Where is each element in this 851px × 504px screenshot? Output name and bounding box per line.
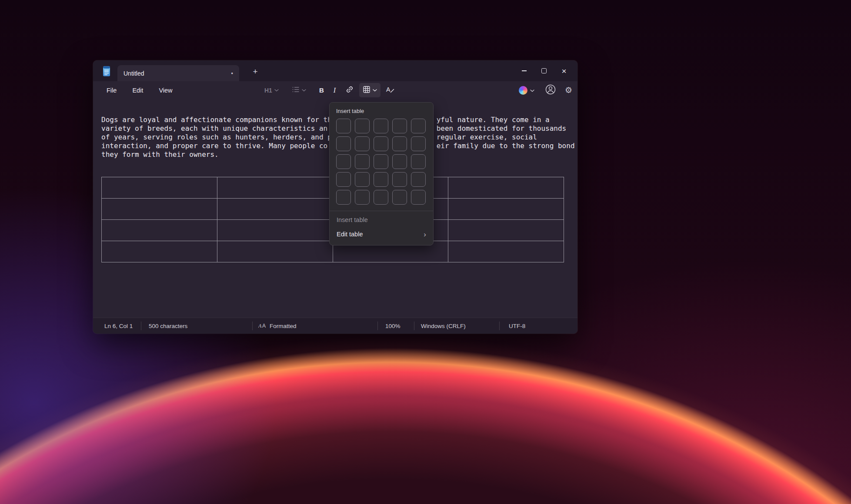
table-size-cell[interactable] (374, 136, 388, 151)
window-controls: × (514, 60, 574, 81)
copilot-icon (519, 86, 527, 95)
table-size-cell[interactable] (336, 190, 351, 205)
notepad-app-icon (102, 66, 111, 77)
formatting-icon: A A (258, 322, 266, 330)
unsaved-indicator-icon: ● (231, 72, 233, 75)
link-icon (345, 85, 354, 95)
tab-title: Untitled (123, 70, 144, 77)
table-size-cell[interactable] (336, 172, 351, 187)
copilot-button[interactable] (516, 84, 537, 97)
minimize-icon (522, 70, 527, 71)
table-size-cell[interactable] (392, 172, 407, 187)
formatted-label: Formatted (270, 323, 297, 329)
table-size-cell[interactable] (336, 154, 351, 169)
bold-button[interactable]: B (316, 84, 327, 96)
doc-table-cell[interactable] (217, 177, 333, 199)
editor-line-right: yful nature. They come in a (437, 116, 550, 124)
chevron-down-icon (530, 87, 534, 93)
menu-view[interactable]: View (153, 84, 178, 97)
doc-table-cell[interactable] (448, 199, 564, 220)
doc-table-cell[interactable] (448, 220, 564, 241)
bold-icon: B (319, 86, 324, 94)
table-size-cell[interactable] (411, 190, 426, 205)
table-size-cell[interactable] (355, 172, 370, 187)
menu-item-edit-table[interactable]: Edit table › (330, 227, 433, 242)
menu-item-insert-table[interactable]: Insert table (330, 213, 433, 227)
table-size-cell[interactable] (355, 154, 370, 169)
svg-text:A: A (262, 323, 266, 328)
editor-line-right: regular exercise, social (437, 133, 537, 142)
table-size-cell[interactable] (392, 154, 407, 169)
table-size-cell[interactable] (374, 154, 388, 169)
menu-divider (330, 211, 433, 211)
status-line-ending: Windows (CRLF) (421, 323, 466, 329)
svg-text:A: A (258, 323, 262, 328)
clear-formatting-button[interactable]: A (382, 83, 398, 97)
chevron-down-icon (302, 89, 306, 92)
menu-file[interactable]: File (101, 84, 122, 97)
table-size-cell[interactable] (411, 154, 426, 169)
table-size-cell[interactable] (392, 190, 407, 205)
desktop-background: Untitled ● + × File Edit View H1 (0, 0, 851, 504)
editor-line-left: of years, serving roles such as hunters,… (101, 133, 332, 141)
status-encoding: UTF-8 (509, 323, 525, 329)
menu-edit[interactable]: Edit (127, 84, 149, 97)
avatar-icon (545, 84, 556, 96)
italic-icon: I (333, 86, 337, 94)
status-line-col: Ln 6, Col 1 (104, 323, 133, 329)
table-size-cell[interactable] (355, 190, 370, 205)
editor-line: variety of breeds, each with unique char… (101, 124, 332, 133)
list-icon (292, 86, 300, 94)
table-size-cell[interactable] (392, 136, 407, 151)
table-size-cell[interactable] (336, 136, 351, 151)
svg-text:A: A (386, 86, 390, 93)
maximize-button[interactable] (534, 60, 554, 81)
doc-table-cell[interactable] (217, 220, 333, 241)
table-size-cell[interactable] (355, 136, 370, 151)
chevron-down-icon (274, 89, 279, 92)
submenu-arrow-icon: › (424, 231, 426, 238)
doc-table-cell[interactable] (217, 199, 333, 220)
doc-table-cell[interactable] (448, 177, 564, 199)
gear-icon: ⚙ (565, 86, 572, 94)
status-bar: Ln 6, Col 1 500 characters A A Formatted… (93, 318, 577, 334)
status-zoom: 100% (385, 323, 400, 329)
account-button[interactable] (544, 83, 557, 97)
status-separator (377, 322, 378, 330)
settings-button[interactable]: ⚙ (564, 85, 573, 95)
close-icon: × (561, 67, 566, 75)
table-size-cell[interactable] (392, 119, 407, 133)
table-size-grid (336, 119, 433, 205)
doc-table-cell[interactable] (102, 241, 217, 262)
doc-table-cell[interactable] (102, 177, 217, 199)
titlebar-right-group: ⚙ (516, 81, 573, 99)
doc-table-cell[interactable] (448, 241, 564, 262)
status-formatted: A A Formatted (258, 322, 297, 330)
italic-button[interactable]: I (329, 84, 340, 97)
table-size-cell[interactable] (374, 119, 388, 133)
doc-table-cell[interactable] (102, 199, 217, 220)
table-size-cell[interactable] (411, 119, 426, 133)
edit-table-label: Edit table (337, 231, 363, 238)
minimize-button[interactable] (514, 60, 534, 81)
insert-table-button[interactable] (359, 83, 380, 97)
close-button[interactable]: × (554, 60, 574, 81)
link-button[interactable] (342, 83, 357, 98)
heading-style-button[interactable]: H1 (261, 84, 282, 96)
editor-line: Dogs are loyal and affectionate companio… (101, 116, 332, 124)
new-tab-button[interactable]: + (249, 66, 262, 78)
doc-table-cell[interactable] (217, 241, 333, 262)
status-char-count: 500 characters (149, 323, 187, 329)
table-size-cell[interactable] (411, 172, 426, 187)
table-size-cell[interactable] (336, 119, 351, 133)
table-size-cell[interactable] (374, 190, 388, 205)
list-button[interactable] (288, 83, 310, 97)
table-size-cell[interactable] (355, 119, 370, 133)
doc-table-cell[interactable] (102, 220, 217, 241)
table-size-cell[interactable] (411, 136, 426, 151)
editor-line-left: Dogs are loyal and affectionate companio… (101, 116, 332, 124)
table-size-cell[interactable] (374, 172, 388, 187)
heading-label: H1 (264, 87, 272, 94)
clear-formatting-icon: A (386, 86, 394, 95)
tab-untitled[interactable]: Untitled ● (117, 65, 239, 81)
